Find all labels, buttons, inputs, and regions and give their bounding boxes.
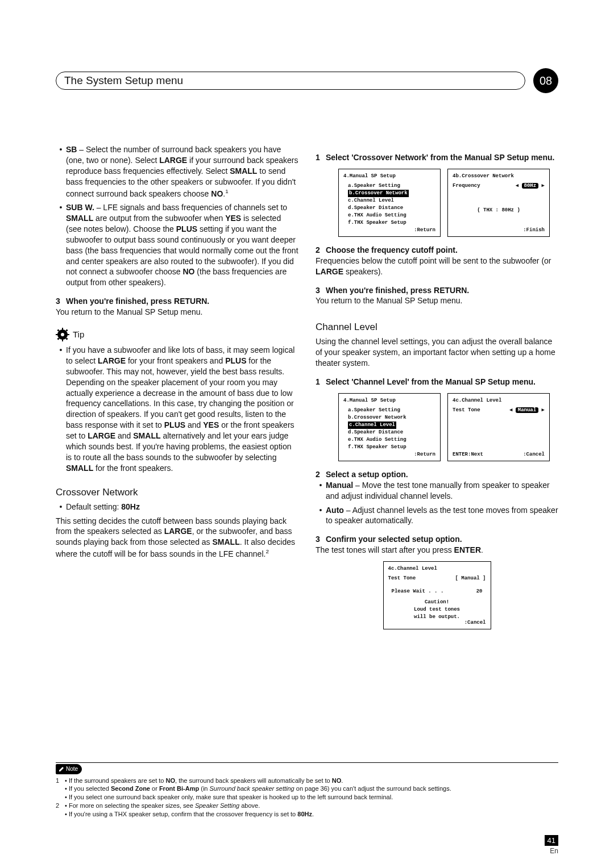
svg-rect-2 [62, 328, 63, 330]
tip-row: Tip [56, 328, 298, 341]
header-row: The System Setup menu 08 [56, 68, 558, 93]
channel-level-heading: Channel Level [316, 321, 558, 334]
tip-body: • If you have a subwoofer and like lots … [56, 345, 298, 474]
r-step2-body: Frequencies below the cutoff point will … [316, 256, 558, 277]
auto-label: Auto [326, 506, 344, 515]
tip-d: and [185, 420, 203, 429]
screens-channel: 4.Manual SP Setup a.Speaker Setting b.Cr… [338, 393, 558, 461]
crossover-default-value: 80Hz [121, 502, 140, 511]
tip-small2: SMALL [66, 464, 93, 473]
r-step3-body: You return to the Manual SP Setup menu. [316, 295, 558, 306]
screen-test-tone: 4c.Channel Level Test Tone [ Manual ] Pl… [383, 561, 491, 629]
c-step3-head: 3Confirm your selected setup option. [316, 534, 558, 545]
subw-yes: YES [225, 214, 241, 223]
svg-rect-3 [62, 339, 63, 341]
r-step2-head: 2Choose the frequency cutoff point. [316, 245, 558, 256]
sb-item: • SB – Select the number of surround bac… [56, 144, 298, 199]
right-column: 1Select 'Crossover Network' from the Man… [316, 144, 558, 637]
screen-channel-level: 4c.Channel Level Test Tone ◀ Manual ▶ EN… [447, 393, 550, 461]
sb-small: SMALL [230, 166, 257, 176]
tip-yes: YES [203, 420, 219, 429]
tip-large2: LARGE [88, 431, 115, 440]
auto-text: – Adjust channel levels as the test tone… [326, 506, 558, 525]
crossover-para: This setting decides the cutoff between … [56, 516, 298, 560]
svg-marker-10 [59, 767, 64, 771]
subw-b: are output from the subwoofer when [93, 214, 225, 223]
crossover-heading: Crossover Network [56, 486, 298, 499]
svg-rect-5 [67, 334, 69, 335]
tip-c: for the subwoofer. This may not, however… [66, 356, 294, 429]
r-step1-head: 1Select 'Crossover Network' from the Man… [316, 152, 558, 163]
screen-manual-sp-2: 4.Manual SP Setup a.Speaker Setting b.Cr… [338, 393, 441, 461]
c-step3-body: The test tones will start after you pres… [316, 545, 558, 556]
screen-crossover-network: 4b.Crossover Network Frequency ◀ 80Hz ▶ … [447, 169, 550, 237]
page-number: 41 [545, 835, 558, 846]
auto-option: • Auto – Adjust channel levels as the te… [316, 505, 558, 527]
subw-plus: PLUS [176, 224, 197, 233]
page-lang: En [56, 846, 558, 856]
two-column-body: • SB – Select the number of surround bac… [56, 144, 558, 637]
manual-label: Manual [326, 481, 353, 490]
sb-no: NO [211, 189, 223, 198]
tip-b: for your front speakers and [126, 356, 225, 365]
chapter-number: 08 [533, 68, 558, 93]
channel-level-intro: Using the channel level settings, you ca… [316, 336, 558, 369]
manual-option: • Manual – Move the test tone manually f… [316, 480, 558, 502]
screen-manual-sp-1: 4.Manual SP Setup a.Speaker Setting b.Cr… [338, 169, 441, 237]
c-step1-head: 1Select 'Channel Level' from the Manual … [316, 377, 558, 387]
subw-label: SUB W. [66, 203, 94, 212]
sb-large: LARGE [159, 156, 187, 165]
subw-item: • SUB W. – LFE signals and bass frequenc… [56, 202, 298, 288]
svg-point-1 [61, 333, 64, 336]
gear-icon [56, 328, 69, 341]
left-step3-head: 3When you're finished, press RETURN. [56, 296, 298, 307]
tip-large: LARGE [98, 356, 126, 365]
page: The System Setup menu 08 • SB – Select t… [0, 0, 614, 868]
footnote-rule [56, 762, 558, 763]
pencil-icon [59, 766, 64, 772]
subw-no: NO [182, 267, 194, 276]
tip-h: for the front speakers. [93, 464, 173, 473]
subw-a: – LFE signals and bass frequencies of ch… [94, 203, 287, 212]
crossover-default: • Default setting: 80Hz [56, 502, 298, 512]
svg-rect-4 [56, 334, 58, 335]
tip-label: Tip [73, 329, 84, 340]
left-step3-body: You return to the Manual SP Setup menu. [56, 307, 298, 318]
page-title: The System Setup menu [56, 72, 525, 90]
screens-crossover: 4.Manual SP Setup a.Speaker Setting b.Cr… [338, 169, 558, 237]
crossover-default-label: Default setting: [66, 502, 121, 511]
left-column: • SB – Select the number of surround bac… [56, 144, 298, 637]
sb-label: SB [66, 145, 77, 154]
manual-text: – Move the test tone manually from speak… [326, 481, 550, 500]
r-step3-head: 3When you're finished, press RETURN. [316, 285, 558, 296]
c-step2-head: 2Select a setup option. [316, 469, 558, 480]
tip-plus2: PLUS [164, 420, 185, 429]
tip-plus: PLUS [225, 356, 246, 365]
note-label: Note [56, 764, 82, 774]
footnotes: 1• If the surround speakers are set to N… [56, 777, 558, 819]
page-footer: 41 En [56, 836, 558, 856]
tip-f: and [115, 431, 133, 440]
subw-small1: SMALL [66, 214, 93, 223]
tip-small: SMALL [133, 431, 160, 440]
